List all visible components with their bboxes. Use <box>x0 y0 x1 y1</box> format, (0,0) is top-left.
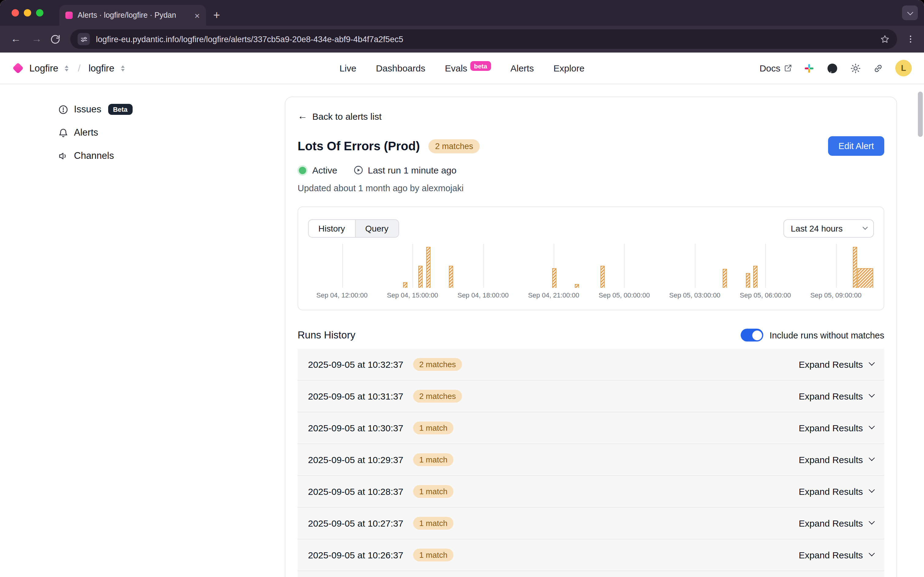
back-to-alerts-link[interactable]: ← Back to alerts list <box>298 111 884 122</box>
tab-query[interactable]: Query <box>355 220 398 237</box>
docs-label: Docs <box>760 63 780 73</box>
sidebar-item-label: Issues <box>74 104 102 115</box>
new-tab-button[interactable]: + <box>213 9 220 21</box>
nav-alerts[interactable]: Alerts <box>511 63 534 73</box>
run-row: 2025-09-05 at 10:26:37 1 match Expand Re… <box>298 540 884 571</box>
histogram-bar <box>753 266 758 288</box>
github-icon[interactable] <box>826 62 839 74</box>
expand-results-button[interactable]: Expand Results <box>799 391 874 401</box>
include-runs-toggle[interactable] <box>741 329 763 342</box>
expand-results-button[interactable]: Expand Results <box>799 423 874 433</box>
expand-results-button[interactable]: Expand Results <box>799 518 874 529</box>
share-link-icon[interactable] <box>872 63 884 74</box>
main-nav: Live Dashboards Evals beta Alerts Explor… <box>339 63 585 73</box>
play-circle-icon <box>353 165 364 175</box>
chevron-down-icon <box>869 518 875 524</box>
expand-results-label: Expand Results <box>799 486 863 496</box>
sidebar: Issues Beta Alerts Channels <box>0 84 285 577</box>
url-text[interactable]: logfire-eu.pydantic.info/logfire/logfire… <box>96 34 874 44</box>
alert-detail-card: ← Back to alerts list Lots Of Errors (Pr… <box>285 97 897 577</box>
run-matches-badge: 1 match <box>413 517 454 530</box>
reload-button[interactable] <box>50 34 61 44</box>
run-timestamp: 2025-09-05 at 10:30:37 <box>308 423 403 433</box>
tab-close-icon[interactable]: × <box>194 11 200 20</box>
histogram-bar <box>426 247 431 288</box>
slack-icon[interactable] <box>804 63 814 74</box>
edit-alert-button[interactable]: Edit Alert <box>828 136 884 156</box>
theme-toggle-sun-icon[interactable] <box>850 63 861 74</box>
back-button[interactable]: ← <box>8 33 23 45</box>
chevron-down-icon <box>869 455 875 461</box>
nav-live[interactable]: Live <box>339 63 356 73</box>
back-label: Back to alerts list <box>312 111 382 121</box>
updated-line: Updated about 1 month ago by alexmojaki <box>298 183 884 193</box>
project-switcher[interactable]: logfire <box>89 63 114 74</box>
docs-link[interactable]: Docs <box>760 63 792 73</box>
matches-badge: 2 matches <box>428 139 480 153</box>
nav-alerts-label: Alerts <box>511 63 534 73</box>
chart-toolbar: History Query Last 24 hours <box>308 219 874 238</box>
expand-results-button[interactable]: Expand Results <box>799 455 874 465</box>
histogram-bar <box>723 269 727 288</box>
megaphone-icon <box>58 151 68 161</box>
gridline <box>483 244 484 288</box>
forward-button[interactable]: → <box>29 33 44 45</box>
bookmark-star-icon[interactable] <box>880 34 890 44</box>
alert-status-row: Active Last run 1 minute ago <box>298 165 884 175</box>
history-query-tabs: History Query <box>308 219 399 238</box>
browser-tab[interactable]: Alerts · logfire/logfire · Pydan × <box>59 5 206 26</box>
run-matches-badge: 1 match <box>413 549 454 561</box>
external-link-icon <box>784 64 792 72</box>
x-tick-label: Sep 04, 18:00:00 <box>457 292 509 299</box>
sidebar-item-label: Alerts <box>74 127 98 138</box>
nav-dashboards[interactable]: Dashboards <box>376 63 425 73</box>
project-switcher-caret-icon[interactable] <box>121 65 125 71</box>
expand-results-label: Expand Results <box>799 391 863 401</box>
tab-search-chevron-button[interactable] <box>902 5 918 20</box>
tab-favicon <box>65 11 73 19</box>
sidebar-item-alerts[interactable]: Alerts <box>58 123 285 142</box>
tab-history[interactable]: History <box>309 220 355 237</box>
zoom-window-button[interactable] <box>36 9 44 16</box>
run-row: 2025-09-05 at 10:25:37 1 match Expand Re… <box>298 571 884 577</box>
site-settings-icon[interactable] <box>77 33 90 45</box>
run-matches-badge: 2 matches <box>413 390 462 403</box>
close-window-button[interactable] <box>11 9 19 16</box>
run-row: 2025-09-05 at 10:30:37 1 match Expand Re… <box>298 413 884 444</box>
run-matches-badge: 1 match <box>413 453 454 466</box>
nav-evals-label: Evals <box>445 63 467 73</box>
user-avatar[interactable]: L <box>895 60 912 76</box>
org-switcher[interactable]: Logfire <box>29 63 58 74</box>
nav-dashboards-label: Dashboards <box>376 63 425 73</box>
expand-results-button[interactable]: Expand Results <box>799 550 874 560</box>
sidebar-item-label: Channels <box>74 150 114 161</box>
expand-results-button[interactable]: Expand Results <box>799 359 874 370</box>
runs-history-header: Runs History Include runs without matche… <box>298 329 884 342</box>
run-matches-badge: 1 match <box>413 485 454 498</box>
nav-explore[interactable]: Explore <box>553 63 585 73</box>
main-content: ← Back to alerts list Lots Of Errors (Pr… <box>285 97 897 577</box>
gridline <box>836 244 837 288</box>
minimize-window-button[interactable] <box>24 9 31 16</box>
run-timestamp: 2025-09-05 at 10:26:37 <box>308 550 403 560</box>
time-range-select[interactable]: Last 24 hours <box>784 219 874 238</box>
org-switcher-caret-icon[interactable] <box>65 65 69 71</box>
gridline <box>413 244 413 288</box>
expand-results-label: Expand Results <box>799 359 863 370</box>
histogram-bar <box>857 268 873 288</box>
expand-results-label: Expand Results <box>799 550 863 560</box>
sidebar-item-issues[interactable]: Issues Beta <box>58 100 285 119</box>
page-scrollbar[interactable] <box>918 92 923 137</box>
browser-tabstrip: Alerts · logfire/logfire · Pydan × + <box>0 0 924 26</box>
browser-menu-icon[interactable] <box>906 34 916 44</box>
run-row: 2025-09-05 at 10:27:37 1 match Expand Re… <box>298 508 884 540</box>
nav-explore-label: Explore <box>553 63 585 73</box>
histogram-bar <box>575 284 579 288</box>
url-bar[interactable]: logfire-eu.pydantic.info/logfire/logfire… <box>70 29 897 49</box>
nav-evals[interactable]: Evals beta <box>445 63 491 73</box>
run-row: 2025-09-05 at 10:28:37 1 match Expand Re… <box>298 476 884 508</box>
sidebar-item-channels[interactable]: Channels <box>58 147 285 165</box>
expand-results-button[interactable]: Expand Results <box>799 486 874 496</box>
chevron-down-icon <box>869 423 875 429</box>
histogram-bar <box>853 247 857 288</box>
